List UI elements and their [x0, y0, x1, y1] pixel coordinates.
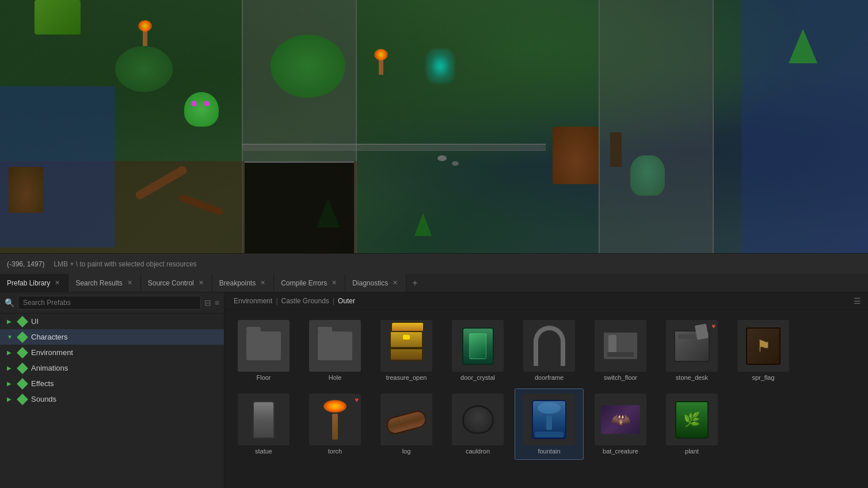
asset-thumb-hole	[309, 320, 361, 372]
tab-prefab-library[interactable]: Prefab Library ✕	[0, 274, 68, 292]
expand-icon-sounds: ▶	[7, 396, 14, 402]
breadcrumb-sep-2: |	[332, 297, 336, 305]
asset-grid[interactable]: Floor Hole	[224, 310, 868, 488]
diamond-icon-environment	[17, 347, 28, 359]
breadcrumb-outer[interactable]: Outer	[336, 296, 357, 306]
tab-add-button[interactable]: +	[406, 274, 423, 292]
asset-thumb-plant: 🌿	[666, 394, 718, 445]
asset-cauldron[interactable]: cauldron	[443, 388, 512, 460]
tab-label-diagnostics: Diagnostics	[352, 279, 388, 287]
asset-thumb-crystal	[452, 320, 504, 372]
asset-thumb-switch	[595, 320, 646, 372]
asset-door-crystal[interactable]: door_crystal	[443, 315, 512, 386]
content-area: Environment | Castle Grounds | Outer ☰ F…	[224, 292, 868, 488]
asset-thumb-doorframe	[523, 320, 575, 372]
asset-label-doorframe: doorframe	[517, 374, 581, 381]
asset-label-cauldron: cauldron	[446, 448, 509, 455]
asset-label-plant: plant	[660, 448, 724, 455]
asset-torch[interactable]: ♥ torch	[300, 388, 370, 460]
heart-icon-desk: ♥	[711, 322, 715, 330]
asset-thumb-bat: 🦇	[595, 394, 646, 445]
asset-thumb-fountain	[523, 394, 575, 445]
tab-label-breakpoints: Breakpoints	[219, 279, 256, 287]
asset-label-log: log	[375, 448, 438, 455]
sidebar-item-label-environment: Environment	[31, 348, 73, 357]
game-viewport[interactable]	[0, 0, 868, 253]
asset-stone-desk[interactable]: ♥ stone_desk	[657, 315, 726, 386]
expand-icon-effects: ▶	[7, 380, 14, 387]
sidebar-item-label-sounds: Sounds	[31, 395, 56, 403]
expand-icon-environment: ▶	[7, 349, 14, 356]
sidebar: 🔍 ⊟ ≡ ▶ UI ▼ Characters ▶ Environment ▶ …	[0, 292, 224, 488]
asset-spr-flag[interactable]: ⚑ spr_flag	[729, 315, 798, 386]
tab-compile-errors[interactable]: Compile Errors ✕	[274, 274, 345, 292]
search-icon: 🔍	[5, 298, 14, 307]
diamond-icon-ui	[17, 316, 28, 327]
asset-switch-floor[interactable]: switch_floor	[586, 315, 655, 386]
asset-label-treasure: treasure_open	[375, 374, 438, 381]
sidebar-item-environment[interactable]: ▶ Environment	[0, 345, 224, 360]
sidebar-item-animations[interactable]: ▶ Animations	[0, 360, 224, 376]
tab-close-source-control[interactable]: ✕	[197, 279, 205, 287]
tab-close-prefab-library[interactable]: ✕	[54, 279, 61, 287]
tab-label-prefab-library: Prefab Library	[7, 279, 50, 287]
asset-treasure-open[interactable]: treasure_open	[372, 315, 441, 386]
expand-icon-characters: ▼	[7, 334, 14, 340]
breadcrumb: Environment | Castle Grounds | Outer ☰	[224, 292, 868, 310]
breadcrumb-castle-grounds[interactable]: Castle Grounds	[279, 296, 332, 306]
tab-bar: Prefab Library ✕ Search Results ✕ Source…	[0, 274, 868, 292]
asset-fountain[interactable]: fountain	[515, 388, 584, 460]
asset-thumb-log	[380, 394, 432, 445]
search-input[interactable]	[18, 296, 201, 310]
asset-label-flag: spr_flag	[732, 374, 795, 381]
asset-floor[interactable]: Floor	[229, 315, 298, 386]
asset-label-desk: stone_desk	[660, 374, 724, 381]
tab-breakpoints[interactable]: Breakpoints ✕	[212, 274, 274, 292]
tab-search-results[interactable]: Search Results ✕	[68, 274, 140, 292]
status-coords: (-396, 1497)	[7, 260, 44, 268]
asset-label-torch: torch	[303, 448, 367, 455]
sidebar-item-ui[interactable]: ▶ UI	[0, 314, 224, 329]
list-icon[interactable]: ≡	[215, 298, 219, 307]
breadcrumb-menu-icon[interactable]: ☰	[854, 296, 861, 306]
sidebar-item-effects[interactable]: ▶ Effects	[0, 376, 224, 391]
heart-icon-torch: ♥	[355, 396, 359, 404]
asset-label-fountain: fountain	[517, 448, 581, 455]
tab-close-breakpoints[interactable]: ✕	[259, 279, 267, 287]
asset-bat-creature[interactable]: 🦇 bat_creature	[586, 388, 655, 460]
sidebar-item-characters[interactable]: ▼ Characters	[0, 329, 224, 345]
asset-log[interactable]: log	[372, 388, 441, 460]
asset-thumb-torch: ♥	[309, 394, 361, 445]
asset-hole[interactable]: Hole	[300, 315, 370, 386]
main-panel: 🔍 ⊟ ≡ ▶ UI ▼ Characters ▶ Environment ▶ …	[0, 292, 868, 488]
asset-thumb-cauldron	[452, 394, 504, 445]
status-hint: LMB + \ to paint with selected object re…	[54, 260, 196, 268]
diamond-icon-sounds	[17, 394, 28, 405]
asset-label-bat: bat_creature	[589, 448, 652, 455]
tab-label-search-results: Search Results	[75, 279, 122, 287]
asset-statue[interactable]: statue	[229, 388, 298, 460]
tab-source-control[interactable]: Source Control ✕	[141, 274, 212, 292]
diamond-icon-characters	[17, 331, 28, 343]
asset-thumb-flag: ⚑	[737, 320, 789, 372]
asset-label-hole: Hole	[303, 374, 367, 381]
breadcrumb-environment[interactable]: Environment	[231, 296, 275, 306]
asset-thumb-floor	[238, 320, 290, 372]
tab-close-compile-errors[interactable]: ✕	[330, 279, 338, 287]
tab-close-diagnostics[interactable]: ✕	[391, 279, 399, 287]
sidebar-item-label-animations: Animations	[31, 364, 68, 372]
asset-label-crystal: door_crystal	[446, 374, 509, 381]
search-bar: 🔍 ⊟ ≡	[0, 292, 224, 314]
tab-label-source-control: Source Control	[148, 279, 194, 287]
tab-label-compile-errors: Compile Errors	[281, 279, 327, 287]
tab-close-search-results[interactable]: ✕	[126, 279, 134, 287]
asset-thumb-treasure	[380, 320, 432, 372]
sidebar-item-sounds[interactable]: ▶ Sounds	[0, 391, 224, 407]
sidebar-item-label-characters: Characters	[31, 333, 68, 341]
sidebar-item-label-effects: Effects	[31, 379, 54, 388]
tab-diagnostics[interactable]: Diagnostics ✕	[345, 274, 406, 292]
asset-plant[interactable]: 🌿 plant	[657, 388, 726, 460]
filter-icon[interactable]: ⊟	[204, 298, 211, 307]
expand-icon-ui: ▶	[7, 318, 14, 325]
asset-doorframe[interactable]: doorframe	[515, 315, 584, 386]
